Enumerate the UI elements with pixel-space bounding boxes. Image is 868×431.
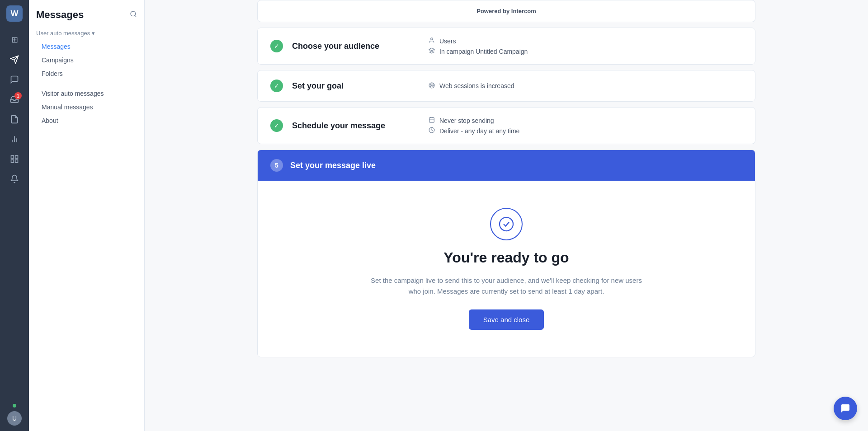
svg-point-9 — [131, 11, 136, 16]
schedule-text-2: Deliver - any day at any time — [439, 127, 519, 135]
set-goal-detail: Web sessions is increased — [428, 82, 514, 90]
powered-by-text: Powered by Intercom — [476, 8, 536, 14]
svg-rect-5 — [11, 156, 14, 159]
live-header: 5 Set your message live — [258, 150, 755, 181]
sidebar-icon-apps[interactable] — [5, 150, 24, 168]
svg-rect-8 — [15, 160, 18, 163]
live-body: You're ready to go Set the campaign live… — [258, 181, 755, 357]
sidebar: W ⊞ 1 — [0, 0, 29, 431]
set-goal-title: Set your goal — [292, 81, 419, 91]
powered-by-card: Powered by Intercom — [257, 0, 755, 22]
campaign-icon — [428, 47, 436, 55]
sidebar-icon-inbox[interactable]: 1 — [5, 90, 24, 108]
sidebar-bottom: U — [7, 404, 22, 426]
nav-item-about[interactable]: About — [36, 114, 137, 127]
choose-audience-section[interactable]: ✓ Choose your audience Users — [257, 28, 755, 65]
online-indicator — [13, 404, 16, 408]
schedule-title: Schedule your message — [292, 121, 419, 131]
choose-audience-details: Users In campaign Untitled Campaign — [428, 37, 528, 55]
set-goal-details: Web sessions is increased — [428, 82, 514, 90]
campaign-text: In campaign Untitled Campaign — [439, 48, 528, 55]
app-logo[interactable]: W — [6, 5, 23, 22]
set-goal-section[interactable]: ✓ Set your goal Web sessions is increase… — [257, 70, 755, 102]
set-goal-check: ✓ — [270, 80, 283, 92]
schedule-detail-1: Never stop sending — [428, 117, 519, 124]
nav-item-campaigns[interactable]: Campaigns — [36, 54, 137, 66]
nav-title: Messages — [36, 9, 84, 21]
svg-point-14 — [431, 84, 432, 85]
svg-point-11 — [431, 38, 433, 40]
nav-item-visitor-auto[interactable]: Visitor auto messages — [36, 87, 137, 100]
nav-item-manual-messages[interactable]: Manual messages — [36, 101, 137, 113]
goal-text: Web sessions is increased — [439, 82, 514, 89]
choose-audience-campaign: In campaign Untitled Campaign — [428, 47, 528, 55]
user-icon — [428, 37, 436, 45]
choose-audience-check: ✓ — [270, 40, 283, 52]
schedule-detail-2: Deliver - any day at any time — [428, 127, 519, 135]
nav-panel: Messages User auto messages ▾ Messages C… — [29, 0, 145, 431]
choose-audience-title: Choose your audience — [292, 42, 419, 51]
ready-icon — [490, 208, 523, 240]
step-5-number: 5 — [270, 159, 283, 172]
schedule-details: Never stop sending Deliver - any day at … — [428, 117, 519, 135]
ready-title: You're ready to go — [443, 249, 569, 266]
chat-bubble-button[interactable] — [834, 397, 857, 420]
nav-group-user-auto: User auto messages ▾ Messages Campaigns … — [36, 30, 137, 80]
schedule-text-1: Never stop sending — [439, 117, 494, 124]
main-content: Powered by Intercom ✓ Choose your audien… — [145, 0, 868, 431]
svg-rect-6 — [15, 156, 18, 159]
svg-rect-7 — [11, 160, 14, 163]
sidebar-icon-grid[interactable]: ⊞ — [5, 31, 24, 49]
live-section: 5 Set your message live You're ready to … — [257, 150, 755, 357]
nav-item-folders[interactable]: Folders — [36, 67, 137, 80]
chevron-down-icon: ▾ — [92, 30, 95, 37]
sidebar-icon-bell[interactable] — [5, 170, 24, 188]
live-title: Set your message live — [290, 161, 376, 170]
clock-icon — [428, 127, 436, 135]
inbox-badge: 1 — [14, 92, 22, 99]
svg-line-10 — [135, 15, 136, 17]
save-and-close-button[interactable]: Save and close — [469, 309, 544, 330]
sidebar-icon-chart[interactable] — [5, 130, 24, 148]
calendar-icon — [428, 117, 436, 124]
content-area: Powered by Intercom ✓ Choose your audien… — [246, 0, 766, 381]
schedule-check: ✓ — [270, 119, 283, 132]
nav-section-user-auto-messages[interactable]: User auto messages ▾ — [36, 30, 137, 37]
ready-description: Set the campaign live to send this to yo… — [366, 275, 646, 297]
sidebar-icon-document[interactable] — [5, 110, 24, 128]
sidebar-icon-chat[interactable] — [5, 70, 24, 89]
schedule-section[interactable]: ✓ Schedule your message Never stop sendi… — [257, 107, 755, 144]
nav-header: Messages — [36, 9, 137, 21]
search-icon[interactable] — [130, 10, 137, 19]
svg-rect-15 — [429, 117, 434, 122]
goal-icon — [428, 82, 436, 90]
users-text: Users — [439, 37, 456, 45]
nav-item-messages[interactable]: Messages — [36, 40, 137, 53]
svg-point-13 — [430, 84, 434, 87]
svg-point-20 — [500, 217, 513, 231]
avatar[interactable]: U — [7, 411, 22, 426]
choose-audience-users: Users — [428, 37, 528, 45]
sidebar-icon-send[interactable] — [5, 51, 24, 69]
